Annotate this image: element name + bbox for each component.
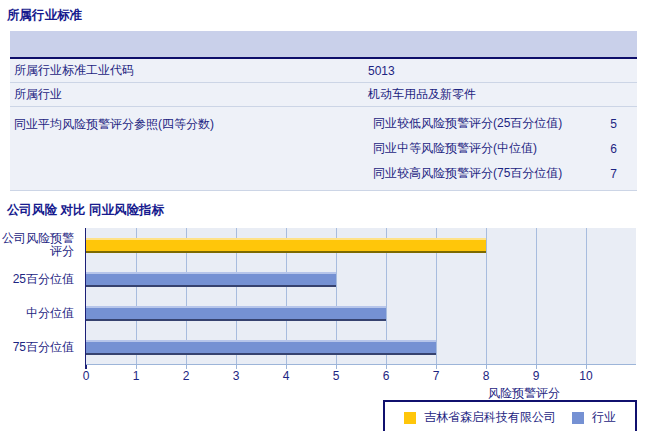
gridline: [486, 228, 487, 364]
peer-item-label: 同业较高风险预警评分(75百分位值): [373, 165, 562, 182]
peer-group-label: 同业平均风险预警评分参照(四等分数): [10, 111, 368, 186]
chart-legend: 吉林省森启科技有限公司行业: [383, 400, 637, 431]
x-tick-label: 1: [121, 369, 151, 383]
peer-item-value: 5: [610, 117, 637, 131]
x-tick-label: 4: [271, 369, 301, 383]
x-axis-line: [86, 364, 636, 365]
peer-item-value: 6: [610, 142, 637, 156]
row-label: 所属行业标准工业代码: [10, 62, 368, 79]
x-tick-label: 5: [321, 369, 351, 383]
peer-item-label: 同业较低风险预警评分(25百分位值): [373, 115, 562, 132]
table-row: 所属行业 机动车用品及新零件: [10, 83, 637, 107]
category-label: 中分位值: [0, 296, 74, 330]
category-label: 公司风险预警评分: [0, 228, 74, 262]
category-labels: 公司风险预警评分25百分位值中分位值75百分位值: [0, 228, 80, 364]
x-tick-label: 8: [471, 369, 501, 383]
peer-item-label: 同业中等风险预警评分(中位值): [373, 140, 537, 157]
x-tick-label: 7: [421, 369, 451, 383]
row-value: 5013: [368, 64, 637, 78]
bar-中分位值: [86, 306, 386, 321]
legend-label: 行业: [592, 409, 616, 426]
x-tick-label: 9: [521, 369, 551, 383]
peer-group-items: 同业较低风险预警评分(25百分位值) 5 同业中等风险预警评分(中位值) 6 同…: [368, 111, 637, 186]
chart-section-title: 公司风险 对比 同业风险指标: [7, 203, 655, 218]
category-label: 75百分位值: [0, 330, 74, 364]
row-value: 机动车用品及新零件: [368, 86, 637, 103]
category-label: 25百分位值: [0, 262, 74, 296]
plot-area: [86, 228, 636, 364]
legend-label: 吉林省森启科技有限公司: [424, 409, 556, 426]
table-header-band: [10, 31, 637, 59]
row-label: 所属行业: [10, 86, 368, 103]
x-tick-label: 0: [71, 369, 101, 383]
bar-公司风险预警评分: [86, 238, 486, 253]
x-tick-label: 10: [571, 369, 601, 383]
peer-item: 同业较低风险预警评分(25百分位值) 5: [368, 111, 637, 136]
legend-item-industry: 行业: [572, 409, 616, 426]
legend-item-company: 吉林省森启科技有限公司: [404, 409, 556, 426]
peer-score-group: 同业平均风险预警评分参照(四等分数) 同业较低风险预警评分(25百分位值) 5 …: [10, 107, 637, 191]
x-tick-label: 6: [371, 369, 401, 383]
table-row: 所属行业标准工业代码 5013: [10, 59, 637, 83]
gridline: [586, 228, 587, 364]
industry-table: 所属行业标准工业代码 5013 所属行业 机动车用品及新零件 同业平均风险预警评…: [10, 31, 637, 191]
x-tick-label: 2: [171, 369, 201, 383]
peer-item: 同业中等风险预警评分(中位值) 6: [368, 136, 637, 161]
risk-comparison-chart: 公司风险预警评分25百分位值中分位值75百分位值 012345678910 风险…: [0, 228, 655, 431]
peer-item: 同业较高风险预警评分(75百分位值) 7: [368, 161, 637, 186]
industry-standard-title: 所属行业标准: [7, 8, 655, 23]
bar-25百分位值: [86, 272, 336, 287]
industry-swatch-icon: [572, 412, 584, 424]
peer-item-value: 7: [610, 167, 637, 181]
bar-75百分位值: [86, 340, 436, 355]
company-swatch-icon: [404, 412, 416, 424]
x-tick-label: 3: [221, 369, 251, 383]
gridline: [536, 228, 537, 364]
